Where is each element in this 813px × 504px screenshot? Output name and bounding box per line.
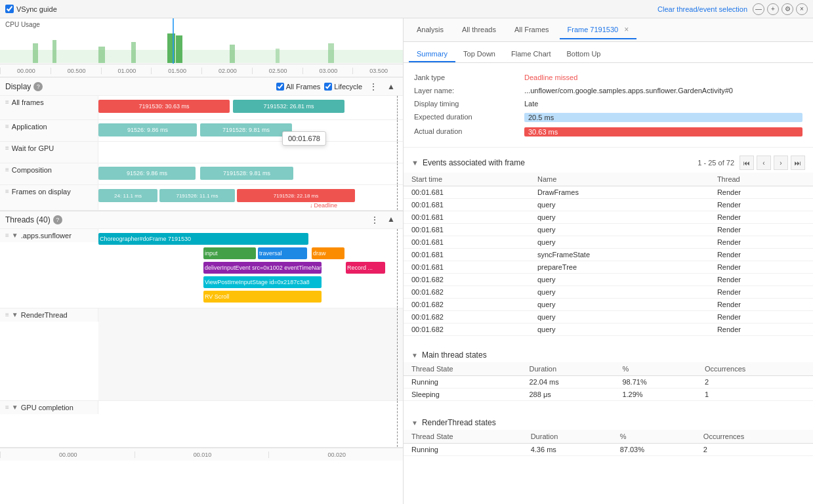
sub-tab-summary[interactable]: Summary (409, 47, 455, 62)
event-name-8: query (530, 286, 709, 299)
deliver-bar[interactable]: deliverInputEvent src=0x1002 eventTimeNa… (203, 262, 322, 274)
frame-block-selected[interactable]: 7191530: 30.63 ms (98, 100, 230, 113)
events-collapse-arrow[interactable]: ▼ (411, 159, 419, 167)
tab-frame-close[interactable]: × (624, 25, 629, 34)
svg-rect-5 (167, 33, 175, 63)
threads-collapse-button[interactable]: ▲ (385, 215, 398, 225)
comp-frame-2[interactable]: 7191528: 9.81 ms (200, 167, 293, 180)
events-row-4[interactable]: 00:01.681queryRender (404, 236, 813, 249)
dashed-line-app (397, 120, 398, 141)
frame-label-2: 7191532: 26.81 ms (263, 103, 314, 110)
drag-handle-icon-gpu2[interactable]: ≡ (5, 404, 9, 411)
draw-bar[interactable]: draw (312, 247, 344, 259)
events-row-0[interactable]: 00:01.681DrawFramesRender (404, 186, 813, 199)
track-container: ≡ All frames 7191530: 30.63 ms 7191532: … (0, 96, 403, 504)
all-frames-track: ≡ All frames 7191530: 30.63 ms 7191532: … (0, 96, 403, 120)
sub-tab-bottom-up[interactable]: Bottom Up (559, 47, 609, 62)
render-thread-content[interactable]: DrawFram... flus... (98, 308, 403, 400)
events-row-8[interactable]: 00:01.682queryRender (404, 286, 813, 299)
expand-arrow-sf[interactable]: ▼ (12, 232, 18, 239)
comp-frame-1[interactable]: 91526: 9.86 ms (98, 167, 196, 180)
all-frames-checkbox[interactable] (276, 83, 284, 91)
drag-handle-icon-sf[interactable]: ≡ (5, 232, 9, 239)
minimize-button[interactable]: — (753, 3, 764, 15)
gpu-completion-content[interactable]: waiti... waitF... (98, 401, 403, 447)
tab-analysis[interactable]: Analysis (409, 22, 451, 39)
fod-frame-2[interactable]: 7191526: 11.1 ms (159, 189, 235, 202)
display-collapse-button[interactable]: ▲ (385, 82, 398, 91)
display-controls: All Frames Lifecycle ⋮ ▲ (276, 81, 398, 92)
expand-arrow-gpu[interactable]: ▼ (12, 404, 18, 411)
all-frames-content[interactable]: 7191530: 30.63 ms 7191532: 26.81 ms 7191… (98, 96, 403, 119)
events-section-title: Events associated with frame (423, 158, 525, 167)
events-row-2[interactable]: 00:01.681queryRender (404, 211, 813, 224)
record-bar[interactable]: Record ... (346, 262, 385, 274)
vsync-checkbox[interactable] (5, 5, 14, 13)
event-thread-0: Render (709, 186, 813, 199)
traversal-bar[interactable]: traversal (258, 247, 307, 259)
event-start-6: 00:01.681 (404, 261, 530, 274)
event-start-10: 00:01.682 (404, 311, 530, 324)
frame-block-2[interactable]: 7191532: 26.81 ms (233, 100, 344, 113)
svg-rect-3 (98, 47, 105, 63)
ruler-tick-7: 03.500 (352, 68, 403, 74)
drag-handle-icon-app[interactable]: ≡ (5, 123, 9, 130)
sub-tab-flame-chart[interactable]: Flame Chart (503, 47, 559, 62)
tab-all-threads[interactable]: All threads (454, 22, 504, 39)
tab-frame[interactable]: Frame 7191530 × (560, 21, 637, 39)
sub-tab-top-down[interactable]: Top Down (455, 47, 503, 62)
composition-content[interactable]: 91526: 9.86 ms 7191528: 9.81 ms (98, 163, 403, 184)
app-frame-1[interactable]: 91526: 9.86 ms (98, 123, 197, 136)
app-frame-2[interactable]: 7191528: 9.81 ms (200, 123, 292, 136)
tooltip: 00:01.678 (282, 131, 326, 146)
events-row-3[interactable]: 00:01.681queryRender (404, 224, 813, 236)
fod-frame-1[interactable]: 24: 11.1 ms (98, 189, 157, 202)
settings-button[interactable]: ⚙ (782, 3, 793, 15)
nav-last-button[interactable]: ⏭ (791, 156, 805, 170)
event-thread-3: Render (709, 224, 813, 236)
display-title: Display (5, 82, 31, 91)
drag-handle-icon[interactable]: ≡ (5, 98, 9, 106)
rv-scroll-bar[interactable]: RV Scroll (203, 291, 322, 303)
close-button[interactable]: × (796, 3, 808, 15)
lifecycle-checkbox[interactable] (324, 83, 332, 91)
tab-all-frames[interactable]: All Frames (507, 22, 557, 39)
drag-handle-icon-comp[interactable]: ≡ (5, 166, 9, 173)
apps-sunflower-content[interactable]: Choreographer#doFrame 7191530 Choreograp… (98, 229, 403, 308)
fod-frame-3[interactable]: 7191528: 22.18 ms (237, 189, 355, 202)
drag-handle-icon-gpu[interactable]: ≡ (5, 144, 9, 152)
fod-content[interactable]: 24: 11.1 ms 7191526: 11.1 ms 7191528: 22… (98, 185, 403, 210)
main-thread-states-header[interactable]: ▼ Main thread states (404, 346, 813, 362)
viewpost-bar[interactable]: ViewPostImeInputStage id=0x2187c3a8 (203, 276, 322, 288)
render-bg (98, 308, 403, 400)
nav-first-button[interactable]: ⏮ (740, 156, 754, 170)
display-help-icon[interactable]: ? (33, 82, 43, 91)
input-bar[interactable]: input (203, 247, 256, 259)
events-row-5[interactable]: 00:01.681syncFrameStateRender (404, 249, 813, 261)
drag-handle-icon-rt[interactable]: ≡ (5, 311, 9, 318)
mt-dur-1: 288 μs (521, 388, 614, 401)
cpu-usage-label: CPU Usage (5, 21, 40, 28)
render-thread-states-header[interactable]: ▼ RenderThread states (404, 414, 813, 430)
events-row-1[interactable]: 00:01.681queryRender (404, 199, 813, 211)
events-row-10[interactable]: 00:01.682queryRender (404, 311, 813, 324)
nav-prev-button[interactable]: ‹ (757, 156, 771, 170)
events-row-11[interactable]: 00:01.682queryRender (404, 324, 813, 336)
threads-menu-button[interactable]: ⋮ (367, 215, 382, 225)
expand-arrow-rt[interactable]: ▼ (12, 311, 18, 318)
col-thread: Thread (709, 173, 813, 186)
display-menu-button[interactable]: ⋮ (366, 81, 381, 92)
drag-handle-icon-fod[interactable]: ≡ (5, 188, 9, 195)
dashed-line-gpu2 (397, 401, 398, 447)
bottom-tick-0: 00.000 (0, 452, 135, 458)
events-row-7[interactable]: 00:01.682queryRender (404, 274, 813, 286)
expand-button[interactable]: + (767, 3, 779, 15)
nav-next-button[interactable]: › (774, 156, 788, 170)
wait-gpu-content[interactable]: 7191530... (98, 142, 403, 163)
events-row-6[interactable]: 00:01.681prepareTreeRender (404, 261, 813, 274)
threads-help-icon[interactable]: ? (53, 215, 62, 224)
events-row-9[interactable]: 00:01.682queryRender (404, 299, 813, 311)
application-content[interactable]: 91526: 9.86 ms 7191528: 9.81 ms 7191530.… (98, 120, 403, 141)
choreographer-bar[interactable]: Choreographer#doFrame 7191530 (98, 233, 308, 245)
clear-selection-link[interactable]: Clear thread/event selection (657, 5, 747, 13)
